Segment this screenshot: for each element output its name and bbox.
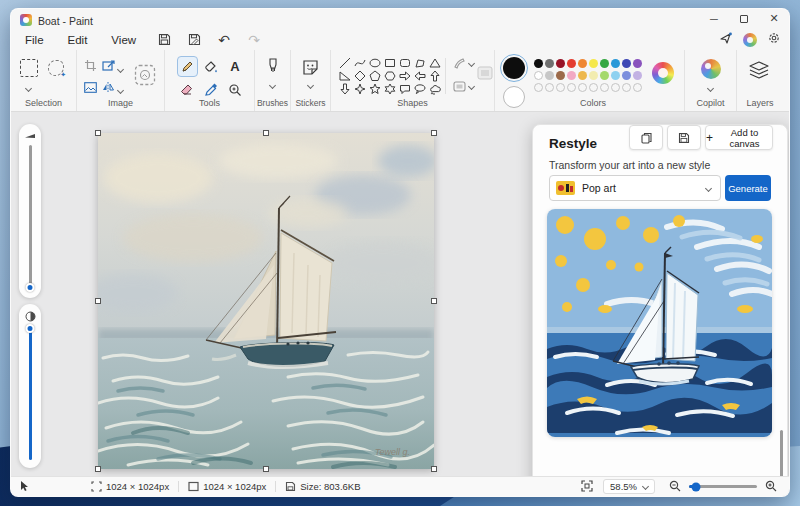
text-tool-icon[interactable]: A [225, 56, 246, 77]
empty-color-slot[interactable] [567, 83, 576, 92]
arrow-up-shape-icon[interactable] [429, 70, 441, 82]
color-swatch[interactable] [556, 59, 565, 68]
color-swatch[interactable] [611, 59, 620, 68]
brushes-icon[interactable] [266, 58, 280, 80]
menu-file[interactable]: File [15, 32, 54, 48]
crop-icon[interactable] [84, 58, 102, 76]
triangle-shape-icon[interactable] [429, 57, 441, 69]
resize-icon[interactable] [102, 58, 128, 76]
stickers-dropdown-chevron-icon[interactable] [307, 82, 314, 89]
background-color-swatch[interactable] [500, 83, 528, 111]
arrow-left-shape-icon[interactable] [414, 70, 426, 82]
color-swatch[interactable] [578, 71, 587, 80]
style-selector-dropdown[interactable]: Pop art [549, 175, 721, 201]
rectangle-shape-icon[interactable] [384, 57, 396, 69]
copy-result-button[interactable] [629, 125, 663, 150]
save-result-button[interactable] [667, 125, 701, 150]
color-swatch[interactable] [611, 71, 620, 80]
minimize-button[interactable]: ─ [699, 9, 729, 28]
empty-color-slot[interactable] [622, 83, 631, 92]
color-swatch[interactable] [578, 59, 587, 68]
color-swatch[interactable] [589, 71, 598, 80]
empty-color-slot[interactable] [611, 83, 620, 92]
maximize-button[interactable] [729, 9, 759, 28]
fit-to-screen-icon[interactable] [581, 480, 593, 494]
opacity-slider-track[interactable] [29, 326, 32, 460]
share-icon[interactable] [719, 31, 733, 49]
empty-color-slot[interactable] [578, 83, 587, 92]
save-icon[interactable] [152, 31, 176, 48]
opacity-slider-thumb[interactable] [26, 324, 35, 333]
empty-color-slot[interactable] [534, 83, 543, 92]
zoom-slider-thumb[interactable] [692, 482, 701, 491]
panel-scrollbar[interactable] [780, 430, 783, 482]
color-swatch[interactable] [545, 59, 554, 68]
eraser-tool-icon[interactable] [177, 79, 198, 100]
arrow-down-shape-icon[interactable] [339, 83, 351, 95]
hexagon-shape-icon[interactable] [384, 70, 396, 82]
four-point-star-shape-icon[interactable] [354, 83, 366, 95]
rounded-rectangle-shape-icon[interactable] [399, 57, 411, 69]
shape-fill-icon[interactable] [453, 81, 474, 92]
empty-color-slot[interactable] [600, 83, 609, 92]
selection-dropdown-chevron-icon[interactable] [25, 85, 32, 92]
oval-speech-shape-icon[interactable] [414, 83, 426, 95]
zoom-slider[interactable] [689, 485, 757, 488]
close-button[interactable]: ✕ [759, 9, 789, 28]
menu-view[interactable]: View [101, 32, 146, 48]
diamond-shape-icon[interactable] [354, 70, 366, 82]
magic-select-icon[interactable] [134, 64, 156, 90]
zoom-level-dropdown[interactable]: 58.5% [603, 479, 655, 494]
color-swatch[interactable] [622, 71, 631, 80]
selection-handle-bottom-left[interactable] [95, 466, 101, 472]
arrow-right-shape-icon[interactable] [399, 70, 411, 82]
copilot-dropdown-chevron-icon[interactable] [707, 85, 714, 92]
curve-shape-icon[interactable] [354, 57, 366, 69]
color-swatch[interactable] [534, 71, 543, 80]
speech-bubble-shape-icon[interactable] [399, 83, 411, 95]
selection-handle-top-left[interactable] [95, 130, 101, 136]
image-options-icon[interactable] [84, 79, 102, 97]
copilot-titlebar-icon[interactable] [743, 33, 757, 47]
selection-handle-bottom-middle[interactable] [263, 466, 269, 472]
redo-icon[interactable]: ↷ [242, 31, 266, 48]
color-swatch[interactable] [633, 71, 642, 80]
magnifier-tool-icon[interactable] [225, 79, 246, 100]
fill-tool-icon[interactable] [201, 56, 222, 77]
color-swatch[interactable] [567, 59, 576, 68]
color-swatch[interactable] [534, 59, 543, 68]
six-point-star-shape-icon[interactable] [384, 83, 396, 95]
color-swatch[interactable] [633, 59, 642, 68]
pentagon-shape-icon[interactable] [369, 70, 381, 82]
menu-edit[interactable]: Edit [58, 32, 98, 48]
thickness-slider-thumb[interactable] [26, 283, 35, 292]
selection-handle-middle-right[interactable] [431, 298, 437, 304]
rotate-flip-icon[interactable] [102, 79, 128, 97]
edit-colors-wheel-icon[interactable] [652, 62, 674, 84]
color-swatch[interactable] [600, 59, 609, 68]
color-swatch[interactable] [545, 71, 554, 80]
line-shape-icon[interactable] [339, 57, 351, 69]
generate-button[interactable]: Generate [725, 175, 771, 201]
color-swatch[interactable] [556, 71, 565, 80]
empty-color-slot[interactable] [545, 83, 554, 92]
stickers-icon[interactable] [302, 59, 319, 80]
selection-handle-bottom-right[interactable] [431, 466, 437, 472]
selection-handle-top-middle[interactable] [263, 130, 269, 136]
right-triangle-shape-icon[interactable] [339, 70, 351, 82]
undo-icon[interactable]: ↶ [212, 31, 236, 48]
color-swatch[interactable] [622, 59, 631, 68]
oval-shape-icon[interactable] [369, 57, 381, 69]
color-picker-tool-icon[interactable] [201, 79, 222, 100]
shape-outline-icon[interactable] [453, 57, 474, 69]
selection-handle-top-right[interactable] [431, 130, 437, 136]
thickness-slider-track[interactable] [29, 145, 32, 290]
brushes-dropdown-chevron-icon[interactable] [269, 82, 276, 89]
freeform-select-icon[interactable] [48, 60, 64, 76]
empty-color-slot[interactable] [633, 83, 642, 92]
color-swatch[interactable] [567, 71, 576, 80]
zoom-in-icon[interactable] [765, 480, 777, 494]
copilot-ribbon-icon[interactable] [701, 59, 721, 79]
foreground-color-swatch[interactable] [500, 54, 528, 82]
layers-icon[interactable] [749, 61, 769, 83]
